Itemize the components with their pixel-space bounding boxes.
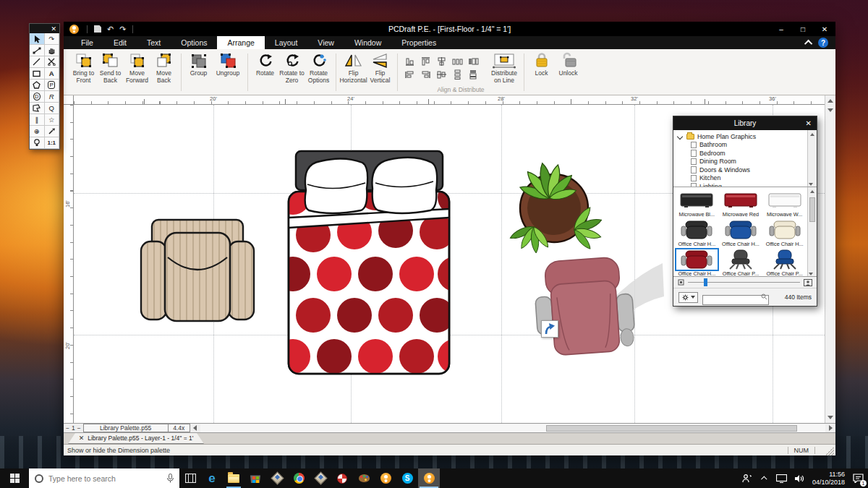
library-item-office-chair-perspective-blue[interactable]: Office Chair P... [762, 248, 807, 277]
tree-item-kitchen[interactable]: Kitchen [678, 174, 807, 183]
taskbar-app-pageplus[interactable] [310, 468, 331, 488]
taskbar-file-explorer[interactable] [223, 468, 244, 488]
plant-object[interactable] [505, 160, 606, 265]
ungroup-button[interactable]: Ungroup [212, 52, 244, 77]
pan-hand-tool[interactable] [45, 45, 60, 56]
library-item-microwave-white[interactable]: Microwave W... [762, 189, 807, 218]
slider-thumb[interactable] [704, 278, 707, 286]
maximize-button[interactable]: □ [792, 22, 814, 36]
eyedropper-tool[interactable] [45, 126, 60, 137]
volume-icon[interactable] [792, 468, 807, 488]
scroll-thumb[interactable] [546, 425, 797, 432]
rotate-tool[interactable]: ↷ [45, 33, 60, 45]
distribute-on-line-button[interactable]: Distribute on Line [488, 52, 520, 85]
library-options-button[interactable] [678, 292, 698, 303]
vertical-scrollbar[interactable] [825, 95, 835, 423]
library-item-office-chair-blue[interactable]: Office Chair H... [719, 218, 763, 248]
app-icon[interactable] [69, 25, 79, 34]
align-right-icon[interactable] [417, 68, 433, 81]
align-stack-vertical-icon[interactable] [465, 68, 481, 81]
scroll-down-icon[interactable] [826, 413, 835, 421]
document-tab[interactable]: ✕ Library Palette.p55 - Layer-1 - 1/4" =… [68, 433, 204, 444]
close-icon[interactable]: ✕ [806, 119, 812, 127]
tree-item-doors-windows[interactable]: Doors & Windows [678, 166, 807, 174]
bed-object[interactable] [283, 147, 456, 382]
library-search-input[interactable] [702, 295, 769, 305]
align-center-horizontal-icon[interactable] [433, 68, 449, 81]
taskbar-pcdraft-active[interactable] [418, 468, 440, 488]
distribute-horizontal-icon[interactable] [449, 55, 465, 68]
network-display-icon[interactable] [775, 468, 789, 488]
bezier-tool[interactable]: Q [45, 103, 60, 114]
star-tool[interactable]: ☆ [45, 114, 60, 126]
parallel-shape-tool[interactable]: P [45, 80, 60, 91]
taskbar-app-craft[interactable] [331, 468, 353, 488]
thumbnail-scrollbar[interactable] [807, 187, 817, 276]
taskbar-skype[interactable]: S [396, 468, 418, 488]
taskbar-search[interactable] [29, 468, 179, 488]
distribute-vertical-icon[interactable] [449, 68, 465, 81]
unlock-button[interactable]: Unlock [555, 52, 582, 77]
select-tool[interactable] [30, 33, 45, 45]
scale-1-1-tool[interactable]: 1:1 [45, 137, 60, 149]
search-input[interactable] [48, 474, 162, 483]
align-stack-horizontal-icon[interactable] [465, 55, 481, 68]
align-left-icon[interactable] [401, 55, 417, 68]
dimension-tool[interactable]: ⊕ [30, 126, 45, 137]
close-button[interactable]: ✕ [814, 22, 835, 36]
undo-icon[interactable]: ↶ [104, 22, 116, 36]
menu-options[interactable]: Options [171, 36, 217, 49]
taskbar-app-drawplus[interactable] [266, 468, 288, 488]
save-icon[interactable] [94, 25, 101, 33]
library-item-office-chair-black[interactable]: Office Chair H... [675, 218, 719, 248]
office-chair-object[interactable] [527, 253, 664, 364]
move-back-button[interactable]: Move Back [150, 52, 177, 85]
task-view-button[interactable] [179, 468, 201, 488]
line-tool[interactable] [30, 56, 45, 68]
page-prev-button[interactable]: − [64, 424, 72, 432]
scroll-down-icon[interactable] [826, 106, 835, 114]
resize-grip[interactable] [825, 447, 834, 455]
library-item-office-chair-perspective-gray[interactable]: Office Chair P... [719, 248, 763, 277]
text-tool[interactable]: A [45, 68, 60, 80]
tray-chevron-up-icon[interactable] [757, 468, 772, 488]
flip-vertical-button[interactable]: Flip Vertical [367, 52, 393, 85]
rotate-options-button[interactable]: Rotate Options [305, 52, 332, 85]
align-top-icon[interactable] [417, 55, 433, 68]
align-bottom-icon[interactable] [401, 68, 417, 81]
tree-item-bedroom[interactable]: Bedroom [678, 149, 807, 158]
taskbar-chrome[interactable] [288, 468, 310, 488]
tree-root[interactable]: Home Plan Graphics [678, 132, 807, 141]
start-button[interactable] [0, 468, 29, 488]
lock-button[interactable]: Lock [528, 52, 555, 77]
tree-item-lighting[interactable]: Lighting [678, 182, 807, 187]
move-forward-button[interactable]: Move Forward [124, 52, 150, 85]
library-item-microwave-black[interactable]: Microwave Bl... [675, 189, 719, 218]
taskbar-pcdraft-2[interactable] [375, 468, 396, 488]
document-selector[interactable]: Library Palette.p55 [83, 424, 169, 432]
tree-scrollbar[interactable] [807, 130, 817, 187]
tab-close-icon[interactable]: ✕ [79, 435, 85, 442]
parallel-lines-tool[interactable]: ∥ [30, 114, 45, 126]
menu-properties[interactable]: Properties [391, 36, 446, 49]
library-item-office-chair-red-selected[interactable]: Office Chair H... [675, 248, 719, 277]
reshape-tool[interactable] [30, 45, 45, 56]
bring-to-front-button[interactable]: Bring to Front [70, 52, 97, 85]
zoom-level[interactable]: 4.4x [169, 424, 190, 432]
polygon-tool[interactable] [30, 80, 45, 91]
menu-layout[interactable]: Layout [265, 36, 308, 49]
rotate-to-zero-button[interactable]: Rotate to Zero [278, 52, 305, 85]
thumbnail-size-slider[interactable] [688, 282, 800, 283]
flip-horizontal-button[interactable]: Flip Horizontal [340, 52, 367, 85]
lamp-tool[interactable] [30, 137, 45, 149]
tree-item-bathroom[interactable]: Bathroom [678, 141, 807, 150]
taskbar-clock[interactable]: 11:56 04/10/2018 [809, 471, 848, 486]
tree-item-dining-room[interactable]: Dining Room [678, 158, 807, 166]
redo-icon[interactable]: ↷ [116, 22, 129, 36]
rotate-button[interactable]: Rotate [252, 52, 278, 77]
collapse-ribbon-icon[interactable] [804, 40, 812, 48]
diameter-dimension-tool[interactable]: D [30, 91, 45, 103]
send-to-back-button[interactable]: Send to Back [97, 52, 124, 85]
action-center-icon[interactable]: 1 [851, 468, 865, 488]
page-next-button[interactable]: − [75, 424, 83, 432]
